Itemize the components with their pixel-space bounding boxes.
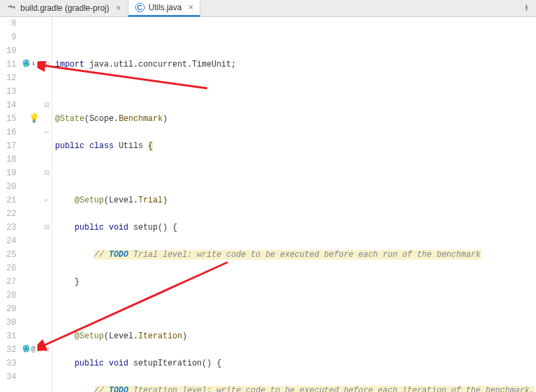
line-number: 8 xyxy=(0,17,19,31)
close-icon[interactable]: × xyxy=(188,3,193,12)
fold-toggle-icon[interactable]: ⊟ xyxy=(42,58,52,71)
pin-tab-icon[interactable] xyxy=(517,0,536,16)
fold-gutter: ⊟ ⊟ ⌐ ⊟ ⌐ ⊟ ⊟ xyxy=(42,17,52,392)
line-number: 13 xyxy=(0,85,19,99)
line-number: 23 xyxy=(0,221,19,234)
run-class-gutter-icon[interactable]: ֎⬇ xyxy=(22,58,41,71)
icon-gutter: ֎⬇ 💡 ֎@ xyxy=(19,17,42,392)
line-number: 26 xyxy=(0,262,19,275)
line-number: 25 xyxy=(0,248,19,262)
code-line: // TODO Trial level: write code to be ex… xyxy=(55,248,536,262)
code-line xyxy=(55,302,536,316)
line-number: 22 xyxy=(0,207,19,221)
fold-toggle-icon[interactable]: ⊟ xyxy=(42,166,52,180)
editor-tab-bar: build.gradle (gradle-proj) × C Utils.jav… xyxy=(0,0,536,17)
line-number: 30 xyxy=(0,316,19,329)
arrow-down-icon: ⬇ xyxy=(31,58,35,71)
line-number: 33 xyxy=(0,357,19,370)
line-number: 32 xyxy=(0,343,19,357)
code-line: public void setup() { xyxy=(55,221,536,234)
line-number: 27 xyxy=(0,275,19,289)
code-line xyxy=(55,85,536,99)
java-class-icon: C xyxy=(135,3,145,12)
line-number: 12 xyxy=(0,71,19,85)
line-number: 18 xyxy=(0,153,19,166)
tab-build-gradle[interactable]: build.gradle (gradle-proj) × xyxy=(0,0,128,16)
code-line: @Setup(Level.Trial) xyxy=(55,194,536,207)
line-number: 24 xyxy=(0,234,19,248)
gradle-icon xyxy=(7,3,16,13)
lightbulb-icon: 💡 xyxy=(29,112,39,126)
line-number: 20 xyxy=(0,180,19,194)
fold-end-icon[interactable]: ⌐ xyxy=(42,194,52,207)
swirl-icon: ֎ xyxy=(22,58,31,71)
line-number: 16 xyxy=(0,126,19,139)
at-icon: @ xyxy=(31,343,35,357)
code-line: // TODO Iteration level: write code to b… xyxy=(55,384,536,392)
line-number: 15 xyxy=(0,112,19,126)
line-number: 21 xyxy=(0,194,19,207)
code-line: public void setupIteration() { xyxy=(55,357,536,370)
code-line: @State(Scope.Benchmark) xyxy=(55,112,536,126)
line-number-gutter: 8 9 10 11 12 13 14 15 16 17 18 19 20 21 … xyxy=(0,17,19,392)
code-line xyxy=(55,166,536,180)
code-line: @Setup(Level.Iteration) xyxy=(55,329,536,343)
tab-label: Utils.java xyxy=(149,3,182,12)
line-number: 29 xyxy=(0,302,19,316)
code-editor[interactable]: 8 9 10 11 12 13 14 15 16 17 18 19 20 21 … xyxy=(0,17,536,392)
line-number: 28 xyxy=(0,289,19,302)
line-number: 11 xyxy=(0,58,19,71)
code-area[interactable]: import java.util.concurrent.TimeUnit; @S… xyxy=(52,17,536,392)
line-number: 19 xyxy=(0,166,19,180)
tab-label: build.gradle (gradle-proj) xyxy=(20,3,109,13)
line-number: 9 xyxy=(0,31,19,44)
line-number: 17 xyxy=(0,139,19,153)
line-number: 31 xyxy=(0,329,19,343)
tab-utils-java[interactable]: C Utils.java × xyxy=(128,0,201,17)
fold-toggle-icon[interactable]: ⊟ xyxy=(42,221,52,234)
line-number: 14 xyxy=(0,99,19,112)
close-icon[interactable]: × xyxy=(116,3,121,13)
fold-toggle-icon[interactable]: ⊟ xyxy=(42,99,52,112)
code-line: } xyxy=(55,275,536,289)
code-line: import java.util.concurrent.TimeUnit; xyxy=(55,58,536,71)
line-number: 10 xyxy=(0,44,19,58)
line-number: 34 xyxy=(0,370,19,384)
fold-toggle-icon[interactable]: ⊟ xyxy=(42,343,52,357)
swirl-icon: ֎ xyxy=(22,343,31,357)
fold-end-icon[interactable]: ⌐ xyxy=(42,126,52,139)
code-line: public class Utils { xyxy=(55,139,536,153)
run-benchmark-gutter-icon[interactable]: ֎@ xyxy=(22,343,41,357)
